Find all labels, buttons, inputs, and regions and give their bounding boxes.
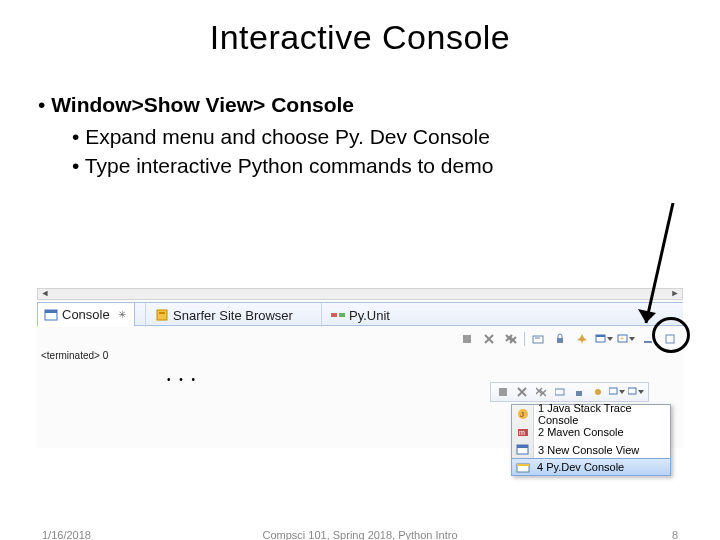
maximize-icon[interactable] <box>661 330 679 348</box>
bullet-sub-1: Expand menu and choose Py. Dev Console <box>72 123 720 151</box>
menu-item-java-stack-trace[interactable]: J 1 Java Stack Trace Console <box>512 405 670 423</box>
svg-rect-15 <box>557 338 563 343</box>
footer-center: Compsci 101, Spring 2018, Python Intro <box>0 529 720 540</box>
console-icon <box>44 308 58 322</box>
tab-console[interactable]: Console ✳ <box>37 302 135 327</box>
svg-text:+: + <box>620 335 624 342</box>
view-tab-bar: Console ✳ Snarfer Site Browser Py.Unit <box>37 302 683 326</box>
tab-separator <box>145 303 146 327</box>
open-console-dropdown-icon[interactable]: + <box>617 330 635 348</box>
bullet-sub-2: Type interactive Python commands to demo <box>72 152 720 180</box>
svg-rect-6 <box>463 335 471 343</box>
scroll-lock-icon[interactable] <box>551 330 569 348</box>
ellipsis: • • • <box>167 374 198 385</box>
pin-console-icon[interactable] <box>573 330 591 348</box>
tab-pyunit[interactable]: Py.Unit <box>325 303 398 327</box>
snarfer-icon <box>155 308 169 322</box>
svg-text:m: m <box>519 429 525 436</box>
mini-open-console-dropdown-icon[interactable] <box>628 384 644 400</box>
pydev-icon <box>516 461 530 475</box>
svg-point-31 <box>595 389 601 395</box>
menu-item-pydev-console[interactable]: 4 Py.Dev Console <box>511 458 671 476</box>
svg-rect-2 <box>157 310 167 320</box>
clear-console-icon[interactable] <box>529 330 547 348</box>
svg-rect-39 <box>517 445 528 448</box>
mini-remove-icon[interactable] <box>514 384 530 400</box>
tab-separator <box>321 303 322 327</box>
tab-pyunit-label: Py.Unit <box>349 308 390 323</box>
svg-rect-30 <box>576 391 582 396</box>
separator <box>524 332 525 346</box>
bullet-list: Window>Show View> Console Expand menu an… <box>38 91 720 180</box>
menu-item-label: 3 New Console View <box>538 444 639 456</box>
svg-rect-3 <box>159 312 165 314</box>
svg-rect-21 <box>666 335 674 343</box>
svg-rect-1 <box>45 310 57 313</box>
footer-page-number: 8 <box>672 529 678 540</box>
svg-rect-20 <box>644 341 652 343</box>
remove-launch-icon[interactable] <box>480 330 498 348</box>
open-console-menu: J 1 Java Stack Trace Console m 2 Maven C… <box>511 404 671 476</box>
svg-rect-13 <box>533 336 543 343</box>
mini-toolbar <box>490 382 649 402</box>
menu-item-label: 2 Maven Console <box>538 426 624 438</box>
mini-scroll-lock-icon[interactable] <box>571 384 587 400</box>
svg-rect-5 <box>339 313 345 317</box>
menu-item-maven-console[interactable]: m 2 Maven Console <box>512 423 670 441</box>
horizontal-scrollbar[interactable]: ◄ ► <box>37 288 683 300</box>
slide: Interactive Console Window>Show View> Co… <box>0 18 720 540</box>
menu-item-new-console-view[interactable]: 3 New Console View <box>512 441 670 459</box>
maven-icon: m <box>516 425 530 439</box>
svg-rect-4 <box>331 313 337 317</box>
remove-all-icon[interactable] <box>502 330 520 348</box>
tab-snarfer-label: Snarfer Site Browser <box>173 308 293 323</box>
terminate-icon[interactable] <box>458 330 476 348</box>
display-console-icon[interactable] <box>595 330 613 348</box>
tab-snarfer[interactable]: Snarfer Site Browser <box>149 303 301 327</box>
svg-rect-29 <box>555 389 564 395</box>
window-icon <box>516 443 530 457</box>
scroll-right-icon[interactable]: ► <box>668 288 682 300</box>
slide-title: Interactive Console <box>0 18 720 57</box>
svg-rect-17 <box>596 335 605 337</box>
minimize-icon[interactable] <box>639 330 657 348</box>
svg-rect-32 <box>609 388 617 394</box>
mini-clear-icon[interactable] <box>552 384 568 400</box>
footer-date: 1/16/2018 <box>42 529 91 540</box>
svg-rect-41 <box>517 464 529 466</box>
pyunit-icon <box>331 308 345 322</box>
console-toolbar: + <box>454 328 683 350</box>
java-icon: J <box>516 407 530 421</box>
ide-screenshot: ◄ ► Console ✳ Snarfer Site Browser <box>37 288 683 448</box>
terminated-text: <terminated> 0 <box>41 350 108 361</box>
tab-console-label: Console <box>62 307 110 322</box>
sparkle-icon: ✳ <box>118 309 126 320</box>
mini-display-icon[interactable] <box>609 384 625 400</box>
svg-text:J: J <box>520 410 524 419</box>
mini-pin-icon[interactable] <box>590 384 606 400</box>
mini-terminate-icon[interactable] <box>495 384 511 400</box>
menu-item-label: 4 Py.Dev Console <box>537 461 624 473</box>
mini-remove-all-icon[interactable] <box>533 384 549 400</box>
svg-rect-22 <box>499 388 507 396</box>
bullet-main: Window>Show View> Console <box>38 91 720 119</box>
svg-rect-33 <box>628 388 636 394</box>
slide-footer: 1/16/2018 Compsci 101, Spring 2018, Pyth… <box>0 526 720 540</box>
scroll-left-icon[interactable]: ◄ <box>38 288 52 300</box>
